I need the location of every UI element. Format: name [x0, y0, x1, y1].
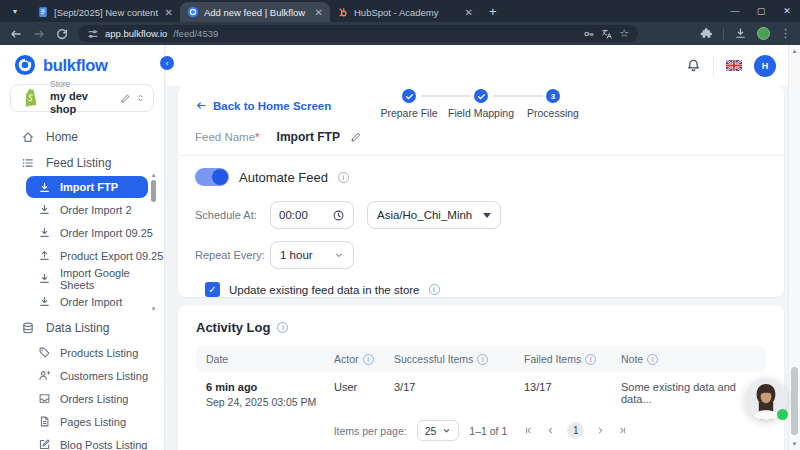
- info-icon[interactable]: i: [429, 284, 440, 295]
- sidebar-collapse-button[interactable]: ‹: [160, 56, 174, 70]
- store-unfold-icon[interactable]: [136, 92, 145, 104]
- sidebar-item-feed-listing[interactable]: Feed Listing: [0, 150, 164, 176]
- bookmark-star-icon[interactable]: ☆: [619, 28, 629, 39]
- scroll-down-icon[interactable]: ▼: [792, 441, 798, 447]
- sidebar-item-customers-listing[interactable]: Customers Listing: [0, 364, 164, 387]
- browser-tab-3[interactable]: HubSpot - Academy ✕: [330, 2, 480, 22]
- notifications-bell-icon[interactable]: [686, 58, 701, 73]
- scrollbar-thumb[interactable]: [791, 367, 798, 435]
- repeat-every-select[interactable]: 1 hour: [270, 241, 354, 269]
- sidebar-feed-product-export[interactable]: Product Export 09.25: [0, 244, 164, 267]
- column-failed-items: Failed Items: [524, 353, 581, 365]
- toolbar-right: ⋮: [700, 27, 791, 40]
- sidebar-item-pages-listing[interactable]: Pages Listing: [0, 410, 164, 433]
- schedule-time-input[interactable]: 00:00: [270, 201, 354, 229]
- items-per-page-value: 25: [425, 425, 437, 437]
- items-per-page-select[interactable]: 25: [417, 420, 460, 441]
- sidebar-item-data-listing[interactable]: Data Listing: [0, 315, 164, 341]
- feed-list-scrollbar[interactable]: ▲ ▼: [149, 172, 158, 312]
- extensions-icon[interactable]: [700, 27, 713, 40]
- forward-nav-icon[interactable]: [32, 27, 46, 41]
- new-tab-button[interactable]: +: [489, 4, 497, 19]
- import-icon: [38, 181, 51, 194]
- update-existing-checkbox[interactable]: ✓: [205, 282, 220, 297]
- sidebar-item-products-listing[interactable]: Products Listing: [0, 341, 164, 364]
- support-chat-widget[interactable]: [745, 378, 787, 420]
- items-per-page-label: Items per page:: [334, 425, 407, 437]
- browser-tab-2-active[interactable]: Add new feed | Bulkflow ✕: [180, 2, 330, 22]
- step-field-mapping[interactable]: Field Mapping: [445, 89, 517, 119]
- sidebar-feed-order-import-0925[interactable]: Order Import 09.25: [0, 221, 164, 244]
- step-processing[interactable]: 3 Processing: [517, 89, 589, 119]
- edit-store-pencil-icon[interactable]: [120, 93, 131, 104]
- back-to-home-link[interactable]: Back to Home Screen: [195, 99, 331, 112]
- export-icon: [38, 249, 51, 262]
- info-icon[interactable]: i: [363, 354, 374, 365]
- edit-feed-name-pencil-icon[interactable]: [350, 131, 362, 143]
- tab-search-icon[interactable]: ▾: [0, 7, 30, 16]
- window-maximize-button[interactable]: ▢: [748, 6, 774, 16]
- browser-tab-1[interactable]: [Sept/2025] New content - Ha ✕: [30, 2, 180, 22]
- store-name: my dev shop: [50, 90, 113, 115]
- inbox-icon: [38, 392, 51, 405]
- password-key-icon[interactable]: [583, 28, 595, 40]
- scroll-up-icon[interactable]: ▲: [151, 172, 157, 178]
- sidebar-item-home[interactable]: Home: [0, 124, 164, 150]
- info-icon[interactable]: i: [477, 354, 488, 365]
- window-close-button[interactable]: ✕: [774, 6, 800, 16]
- browser-profile-avatar[interactable]: [757, 27, 770, 40]
- import-icon: [38, 272, 51, 285]
- sidebar-feed-import-google-sheets[interactable]: Import Google Sheets: [0, 267, 164, 290]
- info-icon[interactable]: i: [338, 172, 349, 183]
- translate-icon[interactable]: [601, 28, 613, 40]
- reload-icon[interactable]: [55, 27, 69, 41]
- sidebar-item-label: Product Export 09.25: [60, 250, 163, 262]
- info-icon[interactable]: i: [585, 354, 596, 365]
- back-nav-icon[interactable]: [9, 27, 23, 41]
- site-settings-icon[interactable]: [87, 28, 99, 40]
- back-link-label: Back to Home Screen: [213, 100, 331, 112]
- table-row[interactable]: 6 min ago Sep 24, 2025 03:05 PM User 3/1…: [196, 372, 766, 419]
- browser-menu-icon[interactable]: ⋮: [780, 27, 791, 40]
- sidebar-item-blog-posts-listing[interactable]: Blog Posts Listing: [0, 433, 164, 450]
- clock-icon[interactable]: [332, 209, 345, 222]
- scrollbar-thumb[interactable]: [151, 180, 156, 202]
- scroll-down-icon[interactable]: ▼: [151, 306, 157, 312]
- address-bar[interactable]: app.bulkflow.io/feed/4539 ☆: [78, 25, 638, 42]
- tab-close-icon[interactable]: ✕: [315, 7, 323, 18]
- window-minimize-button[interactable]: —: [722, 6, 748, 16]
- timezone-select[interactable]: Asia/Ho_Chi_Minh: [367, 201, 501, 229]
- sidebar-item-label: Data Listing: [46, 321, 109, 335]
- first-page-icon[interactable]: [523, 425, 534, 436]
- database-icon: [21, 321, 35, 335]
- tab-close-icon[interactable]: ✕: [465, 7, 473, 18]
- previous-page-icon[interactable]: [545, 425, 556, 436]
- user-avatar[interactable]: H: [754, 55, 776, 77]
- download-icon[interactable]: [734, 27, 747, 40]
- sidebar-feed-import-ftp[interactable]: Import FTP: [26, 176, 148, 198]
- tab-title: [Sept/2025] New content - Ha: [54, 7, 160, 18]
- store-selector[interactable]: Store my dev shop: [10, 84, 154, 112]
- last-page-icon[interactable]: [617, 425, 628, 436]
- next-page-icon[interactable]: [595, 425, 606, 436]
- chevron-down-icon: [334, 250, 344, 260]
- page-number[interactable]: 1: [567, 422, 584, 439]
- column-note: Note: [621, 353, 643, 365]
- sidebar-item-orders-listing[interactable]: Orders Listing: [0, 387, 164, 410]
- sidebar-item-label: Pages Listing: [60, 416, 126, 428]
- tab-close-icon[interactable]: ✕: [165, 7, 173, 18]
- view-all-products-link[interactable]: View All Products: [178, 446, 784, 450]
- sidebar-feed-order-import[interactable]: Order Import: [0, 290, 164, 313]
- page-scrollbar[interactable]: ▲ ▼: [788, 45, 800, 450]
- automate-feed-toggle[interactable]: [195, 168, 229, 186]
- language-flag-icon[interactable]: [726, 60, 742, 71]
- sidebar-feed-order-import-2[interactable]: Order Import 2: [0, 198, 164, 221]
- logo[interactable]: bulkflow: [0, 45, 164, 84]
- scroll-up-icon[interactable]: ▲: [792, 48, 798, 54]
- step-prepare-file[interactable]: Prepare File: [373, 89, 445, 119]
- info-icon[interactable]: i: [277, 322, 288, 333]
- store-label: Store: [50, 80, 113, 90]
- pages-icon: [38, 415, 51, 428]
- arrow-left-icon: [195, 99, 208, 112]
- info-icon[interactable]: i: [647, 354, 658, 365]
